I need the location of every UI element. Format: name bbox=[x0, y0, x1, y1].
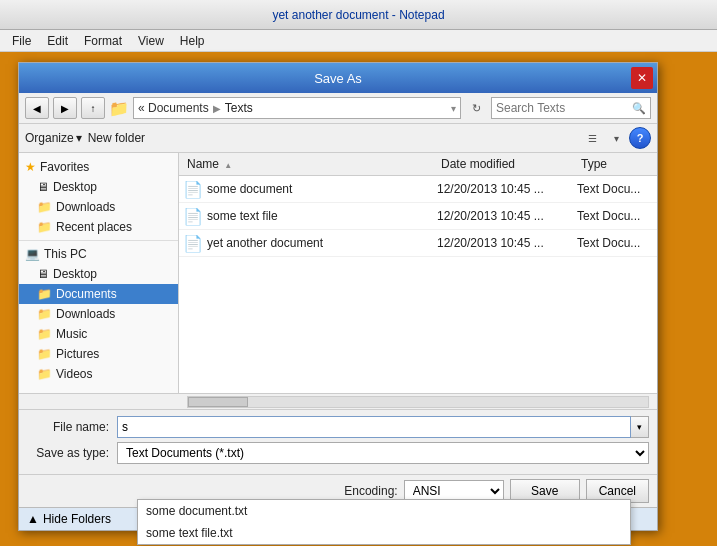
autocomplete-dropdown: some document.txt some text file.txt bbox=[137, 499, 631, 545]
file-list: Name ▲ Date modified Type 📄 some documen… bbox=[179, 153, 657, 393]
desktop-fav-icon: 🖥 bbox=[37, 180, 49, 194]
autocomplete-item[interactable]: some document.txt bbox=[138, 500, 630, 522]
autocomplete-item[interactable]: some text file.txt bbox=[138, 522, 630, 544]
menu-file[interactable]: File bbox=[4, 32, 39, 50]
search-input[interactable] bbox=[496, 101, 632, 115]
address-bar[interactable]: « Documents ▶ Texts ▾ bbox=[133, 97, 461, 119]
sidebar-item-downloads-pc[interactable]: 📁 Downloads bbox=[19, 304, 178, 324]
file-date: 12/20/2013 10:45 ... bbox=[437, 182, 577, 196]
savetype-row: Save as type: Text Documents (*.txt) All… bbox=[27, 442, 649, 464]
content-area: ★ Favorites 🖥 Desktop 📁 Downloads 📁 Rece… bbox=[19, 153, 657, 393]
view-dropdown-button[interactable]: ▾ bbox=[605, 127, 627, 149]
menu-edit[interactable]: Edit bbox=[39, 32, 76, 50]
close-button[interactable]: ✕ bbox=[631, 67, 653, 89]
savetype-label: Save as type: bbox=[27, 446, 117, 460]
up-button[interactable]: ↑ bbox=[81, 97, 105, 119]
refresh-button[interactable]: ↻ bbox=[465, 98, 487, 118]
filename-input[interactable] bbox=[117, 416, 631, 438]
sidebar-divider bbox=[19, 240, 178, 241]
dialog-bottom: File name: ▾ Save as type: Text Document… bbox=[19, 409, 657, 474]
sidebar-thispc-section[interactable]: 💻 This PC bbox=[19, 244, 178, 264]
actions-toolbar: Organize ▾ New folder ☰ ▾ ? bbox=[19, 124, 657, 153]
col-date-header[interactable]: Date modified bbox=[437, 155, 577, 173]
file-name: some text file bbox=[207, 209, 437, 223]
sort-arrow: ▲ bbox=[224, 161, 232, 170]
favorites-star-icon: ★ bbox=[25, 160, 36, 174]
file-type: Text Docu... bbox=[577, 236, 657, 250]
folder-icon: 📁 bbox=[109, 99, 129, 118]
dialog-title: Save As bbox=[314, 71, 362, 86]
hide-folders-icon: ▲ bbox=[27, 512, 39, 526]
back-button[interactable]: ◀ bbox=[25, 97, 49, 119]
file-icon: 📄 bbox=[183, 233, 203, 253]
col-type-header[interactable]: Type bbox=[577, 155, 657, 173]
view-toggle-button[interactable]: ☰ bbox=[581, 127, 603, 149]
file-type: Text Docu... bbox=[577, 182, 657, 196]
file-row[interactable]: 📄 some text file 12/20/2013 10:45 ... Te… bbox=[179, 203, 657, 230]
horizontal-scrollbar[interactable] bbox=[19, 393, 657, 409]
search-icon: 🔍 bbox=[632, 102, 646, 115]
info-button[interactable]: ? bbox=[629, 127, 651, 149]
sidebar-item-downloads-fav[interactable]: 📁 Downloads bbox=[19, 197, 178, 217]
sidebar-item-desktop-pc[interactable]: 🖥 Desktop bbox=[19, 264, 178, 284]
address-docs: « Documents bbox=[138, 101, 209, 115]
file-type: Text Docu... bbox=[577, 209, 657, 223]
file-row[interactable]: 📄 some document 12/20/2013 10:45 ... Tex… bbox=[179, 176, 657, 203]
menu-help[interactable]: Help bbox=[172, 32, 213, 50]
sidebar-thispc-label: This PC bbox=[44, 247, 87, 261]
filename-label: File name: bbox=[27, 420, 117, 434]
navigation-toolbar: ◀ ▶ ↑ 📁 « Documents ▶ Texts ▾ ↻ 🔍 bbox=[19, 93, 657, 124]
sidebar-item-music[interactable]: 📁 Music bbox=[19, 324, 178, 344]
forward-button[interactable]: ▶ bbox=[53, 97, 77, 119]
file-date: 12/20/2013 10:45 ... bbox=[437, 236, 577, 250]
menu-view[interactable]: View bbox=[130, 32, 172, 50]
col-name-header[interactable]: Name ▲ bbox=[179, 155, 437, 173]
sidebar-item-recent[interactable]: 📁 Recent places bbox=[19, 217, 178, 237]
menu-format[interactable]: Format bbox=[76, 32, 130, 50]
address-texts: Texts bbox=[225, 101, 253, 115]
address-dropdown-arrow[interactable]: ▾ bbox=[451, 103, 456, 114]
downloads-pc-icon: 📁 bbox=[37, 307, 52, 321]
new-folder-button[interactable]: New folder bbox=[88, 127, 145, 149]
notepad-title: yet another document - Notepad bbox=[272, 8, 444, 22]
videos-icon: 📁 bbox=[37, 367, 52, 381]
file-icon: 📄 bbox=[183, 179, 203, 199]
recent-icon: 📁 bbox=[37, 220, 52, 234]
file-row[interactable]: 📄 yet another document 12/20/2013 10:45 … bbox=[179, 230, 657, 257]
organize-button[interactable]: Organize ▾ bbox=[25, 127, 82, 149]
hide-folders-label: Hide Folders bbox=[43, 512, 111, 526]
downloads-fav-icon: 📁 bbox=[37, 200, 52, 214]
pc-icon: 💻 bbox=[25, 247, 40, 261]
pictures-icon: 📁 bbox=[37, 347, 52, 361]
desktop-pc-icon: 🖥 bbox=[37, 267, 49, 281]
music-icon: 📁 bbox=[37, 327, 52, 341]
sidebar-item-documents[interactable]: 📁 Documents bbox=[19, 284, 178, 304]
file-date: 12/20/2013 10:45 ... bbox=[437, 209, 577, 223]
savetype-select[interactable]: Text Documents (*.txt) All Files (*.*) bbox=[117, 442, 649, 464]
encoding-label: Encoding: bbox=[344, 484, 397, 498]
search-box[interactable]: 🔍 bbox=[491, 97, 651, 119]
file-list-header: Name ▲ Date modified Type bbox=[179, 153, 657, 176]
sidebar-item-desktop-fav[interactable]: 🖥 Desktop bbox=[19, 177, 178, 197]
file-name: yet another document bbox=[207, 236, 437, 250]
notepad-menubar: File Edit Format View Help bbox=[0, 30, 717, 52]
view-options: ☰ ▾ ? bbox=[581, 127, 651, 149]
file-name: some document bbox=[207, 182, 437, 196]
filename-dropdown-arrow[interactable]: ▾ bbox=[631, 416, 649, 438]
save-as-dialog: Save As ✕ ◀ ▶ ↑ 📁 « Documents ▶ Texts ▾ … bbox=[18, 62, 658, 531]
dialog-titlebar: Save As ✕ bbox=[19, 63, 657, 93]
sidebar-item-videos[interactable]: 📁 Videos bbox=[19, 364, 178, 384]
file-icon: 📄 bbox=[183, 206, 203, 226]
sidebar: ★ Favorites 🖥 Desktop 📁 Downloads 📁 Rece… bbox=[19, 153, 179, 393]
sidebar-item-pictures[interactable]: 📁 Pictures bbox=[19, 344, 178, 364]
address-sep: ▶ bbox=[213, 103, 221, 114]
sidebar-favorites-label: Favorites bbox=[40, 160, 89, 174]
notepad-titlebar: yet another document - Notepad bbox=[0, 0, 717, 30]
sidebar-favorites-section[interactable]: ★ Favorites bbox=[19, 157, 178, 177]
documents-icon: 📁 bbox=[37, 287, 52, 301]
filename-row: File name: ▾ bbox=[27, 416, 649, 438]
